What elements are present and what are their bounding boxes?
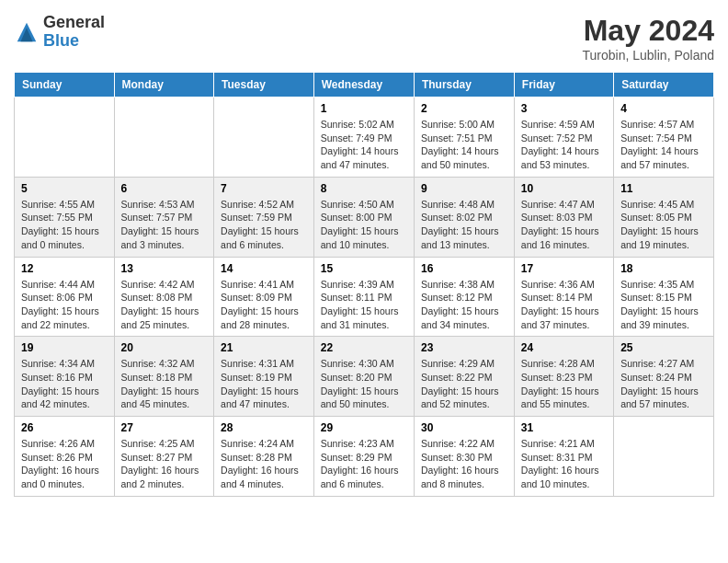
day-info: Sunrise: 4:21 AM Sunset: 8:31 PM Dayligh… (521, 437, 607, 491)
calendar-cell-3-5: 24Sunrise: 4:28 AM Sunset: 8:23 PM Dayli… (514, 337, 613, 417)
calendar-cell-4-6 (614, 417, 714, 497)
day-info: Sunrise: 4:22 AM Sunset: 8:30 PM Dayligh… (421, 437, 507, 491)
day-info: Sunrise: 4:41 AM Sunset: 8:09 PM Dayligh… (221, 278, 307, 332)
day-info: Sunrise: 4:27 AM Sunset: 8:24 PM Dayligh… (620, 357, 707, 411)
calendar-cell-1-4: 9Sunrise: 4:48 AM Sunset: 8:02 PM Daylig… (414, 177, 514, 257)
calendar-cell-2-5: 17Sunrise: 4:36 AM Sunset: 8:14 PM Dayli… (514, 257, 613, 337)
day-info: Sunrise: 4:30 AM Sunset: 8:20 PM Dayligh… (321, 357, 407, 411)
day-number: 19 (21, 341, 108, 354)
calendar-cell-3-4: 23Sunrise: 4:29 AM Sunset: 8:22 PM Dayli… (414, 337, 514, 417)
calendar-cell-2-1: 13Sunrise: 4:42 AM Sunset: 8:08 PM Dayli… (114, 257, 214, 337)
day-number: 21 (221, 341, 307, 354)
calendar-cell-1-0: 5Sunrise: 4:55 AM Sunset: 7:55 PM Daylig… (15, 177, 115, 257)
day-number: 13 (121, 262, 208, 275)
logo-general-text: General (43, 13, 105, 31)
calendar-cell-3-1: 20Sunrise: 4:32 AM Sunset: 8:18 PM Dayli… (114, 337, 214, 417)
calendar-cell-2-6: 18Sunrise: 4:35 AM Sunset: 8:15 PM Dayli… (614, 257, 714, 337)
day-info: Sunrise: 4:45 AM Sunset: 8:05 PM Dayligh… (620, 198, 707, 252)
calendar-cell-3-0: 19Sunrise: 4:34 AM Sunset: 8:16 PM Dayli… (15, 337, 115, 417)
day-info: Sunrise: 4:34 AM Sunset: 8:16 PM Dayligh… (21, 357, 108, 411)
calendar-cell-0-1 (114, 98, 214, 178)
calendar-cell-1-3: 8Sunrise: 4:50 AM Sunset: 8:00 PM Daylig… (313, 177, 414, 257)
day-info: Sunrise: 4:25 AM Sunset: 8:27 PM Dayligh… (121, 437, 208, 491)
day-number: 10 (521, 182, 607, 195)
day-number: 28 (221, 421, 307, 434)
week-row-1: 1Sunrise: 5:02 AM Sunset: 7:49 PM Daylig… (15, 98, 714, 178)
col-saturday: Saturday (614, 73, 714, 98)
day-number: 24 (521, 341, 607, 354)
day-number: 8 (321, 182, 407, 195)
calendar-cell-1-1: 6Sunrise: 4:53 AM Sunset: 7:57 PM Daylig… (114, 177, 214, 257)
day-number: 14 (221, 262, 307, 275)
day-info: Sunrise: 5:02 AM Sunset: 7:49 PM Dayligh… (321, 118, 407, 172)
calendar-cell-2-0: 12Sunrise: 4:44 AM Sunset: 8:06 PM Dayli… (15, 257, 115, 337)
day-number: 2 (421, 102, 507, 115)
day-number: 12 (21, 262, 108, 275)
calendar-cell-4-4: 30Sunrise: 4:22 AM Sunset: 8:30 PM Dayli… (414, 417, 514, 497)
day-info: Sunrise: 4:36 AM Sunset: 8:14 PM Dayligh… (521, 278, 607, 332)
day-number: 29 (321, 421, 407, 434)
page-container: General Blue May 2024 Turobin, Lublin, P… (14, 14, 714, 497)
day-number: 7 (221, 182, 307, 195)
day-number: 23 (421, 341, 507, 354)
day-info: Sunrise: 4:28 AM Sunset: 8:23 PM Dayligh… (521, 357, 607, 411)
logo-icon (14, 19, 40, 45)
calendar-cell-1-6: 11Sunrise: 4:45 AM Sunset: 8:05 PM Dayli… (614, 177, 714, 257)
calendar-cell-4-1: 27Sunrise: 4:25 AM Sunset: 8:27 PM Dayli… (114, 417, 214, 497)
calendar-cell-3-2: 21Sunrise: 4:31 AM Sunset: 8:19 PM Dayli… (214, 337, 314, 417)
calendar-cell-1-2: 7Sunrise: 4:52 AM Sunset: 7:59 PM Daylig… (214, 177, 314, 257)
day-number: 22 (321, 341, 407, 354)
day-number: 26 (21, 421, 108, 434)
header: General Blue May 2024 Turobin, Lublin, P… (14, 14, 714, 63)
location-text: Turobin, Lublin, Poland (583, 48, 714, 63)
title-block: May 2024 Turobin, Lublin, Poland (583, 14, 714, 63)
calendar-cell-2-3: 15Sunrise: 4:39 AM Sunset: 8:11 PM Dayli… (313, 257, 414, 337)
calendar-cell-4-2: 28Sunrise: 4:24 AM Sunset: 8:28 PM Dayli… (214, 417, 314, 497)
day-number: 9 (421, 182, 507, 195)
day-info: Sunrise: 4:48 AM Sunset: 8:02 PM Dayligh… (421, 198, 507, 252)
day-info: Sunrise: 4:55 AM Sunset: 7:55 PM Dayligh… (21, 198, 108, 252)
week-row-2: 5Sunrise: 4:55 AM Sunset: 7:55 PM Daylig… (15, 177, 714, 257)
day-number: 1 (321, 102, 407, 115)
col-monday: Monday (114, 73, 214, 98)
day-number: 31 (521, 421, 607, 434)
day-number: 25 (620, 341, 707, 354)
day-info: Sunrise: 4:57 AM Sunset: 7:54 PM Dayligh… (620, 118, 707, 172)
day-info: Sunrise: 4:32 AM Sunset: 8:18 PM Dayligh… (121, 357, 208, 411)
day-number: 20 (121, 341, 208, 354)
day-info: Sunrise: 4:38 AM Sunset: 8:12 PM Dayligh… (421, 278, 507, 332)
col-sunday: Sunday (15, 73, 115, 98)
day-info: Sunrise: 4:59 AM Sunset: 7:52 PM Dayligh… (521, 118, 607, 172)
day-number: 5 (21, 182, 108, 195)
calendar-cell-0-2 (214, 98, 314, 178)
calendar-cell-1-5: 10Sunrise: 4:47 AM Sunset: 8:03 PM Dayli… (514, 177, 613, 257)
calendar-cell-2-4: 16Sunrise: 4:38 AM Sunset: 8:12 PM Dayli… (414, 257, 514, 337)
calendar-cell-0-3: 1Sunrise: 5:02 AM Sunset: 7:49 PM Daylig… (313, 98, 414, 178)
calendar-cell-4-0: 26Sunrise: 4:26 AM Sunset: 8:26 PM Dayli… (15, 417, 115, 497)
day-info: Sunrise: 4:24 AM Sunset: 8:28 PM Dayligh… (221, 437, 307, 491)
col-thursday: Thursday (414, 73, 514, 98)
day-number: 27 (121, 421, 208, 434)
col-tuesday: Tuesday (214, 73, 314, 98)
day-info: Sunrise: 4:31 AM Sunset: 8:19 PM Dayligh… (221, 357, 307, 411)
calendar-cell-2-2: 14Sunrise: 4:41 AM Sunset: 8:09 PM Dayli… (214, 257, 314, 337)
col-friday: Friday (514, 73, 613, 98)
calendar-cell-3-3: 22Sunrise: 4:30 AM Sunset: 8:20 PM Dayli… (313, 337, 414, 417)
day-number: 18 (620, 262, 707, 275)
day-info: Sunrise: 4:35 AM Sunset: 8:15 PM Dayligh… (620, 278, 707, 332)
month-title: May 2024 (583, 14, 714, 48)
day-info: Sunrise: 4:29 AM Sunset: 8:22 PM Dayligh… (421, 357, 507, 411)
calendar-cell-3-6: 25Sunrise: 4:27 AM Sunset: 8:24 PM Dayli… (614, 337, 714, 417)
day-number: 3 (521, 102, 607, 115)
calendar-table: Sunday Monday Tuesday Wednesday Thursday… (14, 72, 714, 497)
day-info: Sunrise: 4:44 AM Sunset: 8:06 PM Dayligh… (21, 278, 108, 332)
calendar-cell-0-5: 3Sunrise: 4:59 AM Sunset: 7:52 PM Daylig… (514, 98, 613, 178)
week-row-5: 26Sunrise: 4:26 AM Sunset: 8:26 PM Dayli… (15, 417, 714, 497)
day-number: 11 (620, 182, 707, 195)
day-info: Sunrise: 4:42 AM Sunset: 8:08 PM Dayligh… (121, 278, 208, 332)
day-info: Sunrise: 4:53 AM Sunset: 7:57 PM Dayligh… (121, 198, 208, 252)
week-row-3: 12Sunrise: 4:44 AM Sunset: 8:06 PM Dayli… (15, 257, 714, 337)
day-info: Sunrise: 4:26 AM Sunset: 8:26 PM Dayligh… (21, 437, 108, 491)
calendar-header-row: Sunday Monday Tuesday Wednesday Thursday… (15, 73, 714, 98)
day-number: 4 (620, 102, 707, 115)
